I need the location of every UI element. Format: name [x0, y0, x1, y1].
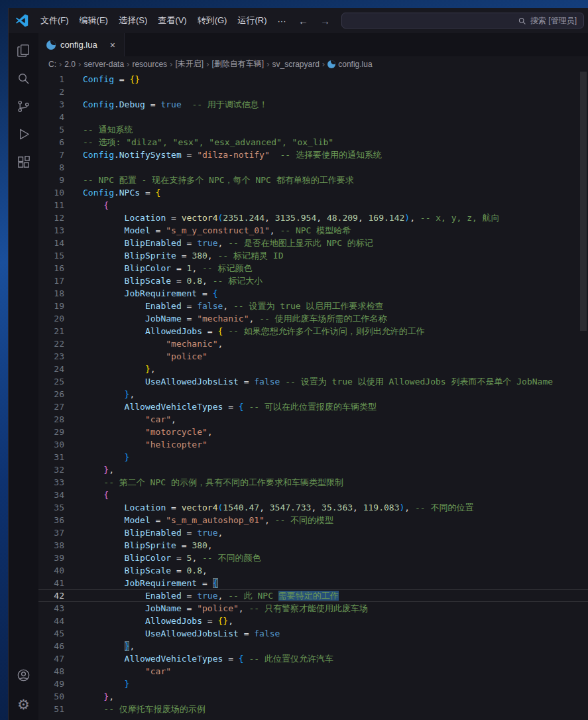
code-line[interactable]: 42 Enabled = true, -- 此 NPC 需要特定的工作	[38, 589, 588, 602]
code-line[interactable]: 19 Enabled = false, -- 设置为 true 以启用工作要求检…	[38, 300, 588, 312]
code-line[interactable]: 13 Model = "s_m_y_construct_01", -- NPC …	[38, 224, 588, 237]
breadcrumb-item[interactable]: C:	[48, 60, 56, 69]
line-number[interactable]: 4	[38, 111, 64, 123]
line-number[interactable]: 19	[38, 300, 64, 312]
line-number[interactable]: 26	[38, 388, 64, 400]
line-number[interactable]: 12	[38, 211, 64, 224]
line-number[interactable]: 22	[38, 337, 64, 350]
line-number[interactable]: 23	[38, 350, 64, 363]
code-line[interactable]: 4	[38, 111, 588, 123]
line-number[interactable]: 14	[38, 237, 64, 249]
line-number[interactable]: 48	[38, 665, 64, 678]
code-line[interactable]: 49 }	[38, 678, 588, 690]
code-line[interactable]: 46 },	[38, 640, 588, 652]
line-number[interactable]: 7	[38, 149, 64, 161]
line-number[interactable]: 13	[38, 224, 64, 237]
line-number[interactable]: 34	[38, 489, 64, 501]
code-line[interactable]: 9-- NPC 配置 - 现在支持多个 NPC，每个 NPC 都有单独的工作要求	[38, 174, 588, 186]
line-number[interactable]: 46	[38, 640, 64, 652]
settings-gear-icon[interactable]: ⚙	[13, 693, 34, 715]
scrollbar[interactable]	[579, 72, 588, 720]
line-number[interactable]: 51	[38, 703, 64, 715]
line-number[interactable]: 5	[38, 123, 64, 136]
code-line[interactable]: 23 "police"	[38, 350, 588, 363]
code-line[interactable]: 29 "motorcycle",	[38, 426, 588, 438]
code-line[interactable]: 18 JobRequirement = {	[38, 287, 588, 300]
line-number[interactable]: 21	[38, 325, 64, 337]
code-line[interactable]: 47 AllowedVehicleTypes = { -- 此位置仅允许汽车	[38, 652, 588, 665]
code-line[interactable]: 7Config.NotifySystem = "dilza-notify" --…	[38, 149, 588, 161]
back-icon[interactable]: ←	[292, 14, 314, 28]
line-number[interactable]: 27	[38, 400, 64, 413]
extensions-icon[interactable]	[13, 151, 34, 172]
menu-selection[interactable]: 选择(S)	[113, 12, 152, 29]
code-line[interactable]: 27 AllowedVehicleTypes = { -- 可以在此位置报废的车…	[38, 400, 588, 413]
code-line[interactable]: 45 UseAllowedJobsList = false	[38, 627, 588, 640]
line-number[interactable]: 24	[38, 363, 64, 375]
line-number[interactable]: 35	[38, 501, 64, 514]
line-number[interactable]: 33	[38, 476, 64, 489]
forward-icon[interactable]: →	[314, 14, 336, 28]
menu-more-icon[interactable]: ···	[272, 13, 291, 29]
code-line[interactable]: 30 "helicopter"	[38, 438, 588, 451]
code-line[interactable]: 20 JobName = "mechanic", -- 使用此废车场所需的工作名…	[38, 312, 588, 325]
menu-view[interactable]: 查看(V)	[152, 12, 192, 29]
line-number[interactable]: 32	[38, 463, 64, 476]
code-line[interactable]: 21 AllowedJobs = { -- 如果您想允许多个工作访问，则列出允许…	[38, 325, 588, 337]
code-line[interactable]: 8	[38, 161, 588, 174]
line-number[interactable]: 2	[38, 86, 64, 98]
tab-config-lua[interactable]: config.lua ×	[38, 33, 125, 56]
line-number[interactable]: 29	[38, 426, 64, 438]
code-line[interactable]: 2	[38, 86, 588, 98]
code-line[interactable]: 25 UseAllowedJobsList = false -- 设置为 tru…	[38, 375, 588, 388]
line-number[interactable]: 40	[38, 564, 64, 577]
breadcrumb-item[interactable]: [删除自有车辆]	[211, 58, 264, 70]
code-line[interactable]: 15 BlipSprite = 380, -- 标记精灵 ID	[38, 249, 588, 262]
code-line[interactable]: 44 AllowedJobs = {},	[38, 615, 588, 627]
code-line[interactable]: 41 JobRequirement = {	[38, 577, 588, 589]
line-number[interactable]: 1	[38, 73, 64, 86]
menu-go[interactable]: 转到(G)	[192, 12, 233, 29]
breadcrumb-item[interactable]: server-data	[84, 60, 124, 69]
breadcrumb-item[interactable]: [未开启]	[175, 58, 204, 70]
editor[interactable]: 1Config = {}23Config.Debug = true -- 用于调…	[38, 72, 588, 720]
code-line[interactable]: 34 {	[38, 489, 588, 501]
code-line[interactable]: 51 -- 仅摩托车报废场的示例	[38, 703, 588, 715]
account-icon[interactable]	[13, 664, 34, 686]
line-number[interactable]: 44	[38, 615, 64, 627]
code-line[interactable]: 11 {	[38, 199, 588, 211]
code-line[interactable]: 28 "car",	[38, 413, 588, 426]
code-line[interactable]: 39 BlipColor = 5, -- 不同的颜色	[38, 552, 588, 564]
menu-run[interactable]: 运行(R)	[232, 12, 272, 29]
line-number[interactable]: 45	[38, 627, 64, 640]
line-number[interactable]: 30	[38, 438, 64, 451]
line-number[interactable]: 42	[38, 589, 64, 602]
code-line[interactable]: 1Config = {}	[38, 73, 588, 86]
code-line[interactable]: 36 Model = "s_m_m_autoshop_01", -- 不同的模型	[38, 514, 588, 526]
line-number[interactable]: 9	[38, 174, 64, 186]
line-number[interactable]: 20	[38, 312, 64, 325]
code-line[interactable]: 43 JobName = "police", -- 只有警察才能使用此废车场	[38, 602, 588, 615]
code-line[interactable]: 31 }	[38, 451, 588, 463]
explorer-icon[interactable]	[13, 40, 34, 61]
code-line[interactable]: 24 },	[38, 363, 588, 375]
line-number[interactable]: 15	[38, 249, 64, 262]
breadcrumb-item-file[interactable]: config.lua	[338, 60, 372, 69]
line-number[interactable]: 49	[38, 678, 64, 690]
run-debug-icon[interactable]	[13, 123, 34, 145]
source-control-icon[interactable]	[13, 95, 34, 117]
line-number[interactable]: 37	[38, 526, 64, 539]
menu-edit[interactable]: 编辑(E)	[74, 12, 113, 29]
code-line[interactable]: 26 },	[38, 388, 588, 400]
menu-file[interactable]: 文件(F)	[35, 12, 74, 29]
line-number[interactable]: 36	[38, 514, 64, 526]
breadcrumb-item[interactable]: 2.0	[64, 60, 76, 69]
code-line[interactable]: 3Config.Debug = true -- 用于调试信息！	[38, 98, 588, 111]
code-line[interactable]: 40 BlipScale = 0.8,	[38, 564, 588, 577]
line-number[interactable]: 6	[38, 136, 64, 149]
code-line[interactable]: 6-- 选项: "dilza", "esx", "esx_advanced", …	[38, 136, 588, 149]
line-number[interactable]: 3	[38, 98, 64, 111]
breadcrumb-item[interactable]: sv_scrapyard	[272, 60, 319, 69]
line-number[interactable]: 43	[38, 602, 64, 615]
line-number[interactable]: 25	[38, 375, 64, 388]
